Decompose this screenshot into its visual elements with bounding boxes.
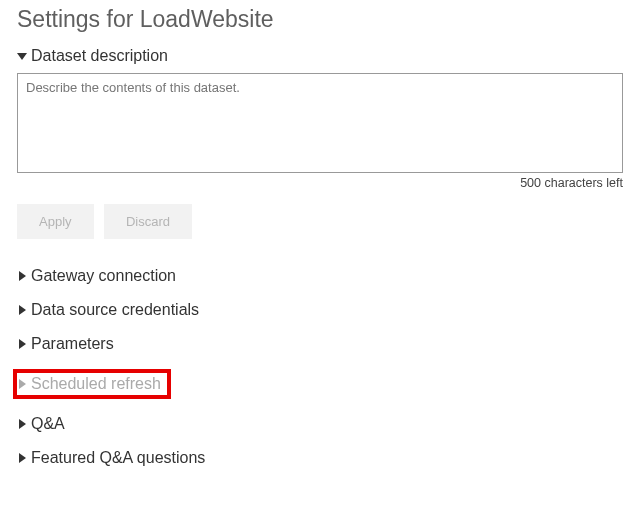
section-label: Scheduled refresh — [31, 375, 161, 393]
caret-right-icon — [17, 419, 29, 429]
section-dataset-description: Dataset description 500 characters left … — [17, 47, 626, 239]
section-data-source-credentials: Data source credentials — [17, 301, 626, 319]
button-row: Apply Discard — [17, 204, 626, 239]
section-scheduled-refresh: Scheduled refresh — [17, 369, 626, 399]
section-label: Gateway connection — [31, 267, 176, 285]
section-header-parameters[interactable]: Parameters — [17, 335, 626, 353]
section-header-dataset-description[interactable]: Dataset description — [17, 47, 626, 65]
section-label: Q&A — [31, 415, 65, 433]
section-header-gateway[interactable]: Gateway connection — [17, 267, 626, 285]
section-label: Data source credentials — [31, 301, 199, 319]
section-parameters: Parameters — [17, 335, 626, 353]
caret-down-icon — [17, 51, 29, 61]
section-qna: Q&A — [17, 415, 626, 433]
section-header-scheduled-refresh[interactable]: Scheduled refresh — [17, 375, 161, 393]
section-header-qna[interactable]: Q&A — [17, 415, 626, 433]
apply-button[interactable]: Apply — [17, 204, 94, 239]
caret-right-icon — [17, 339, 29, 349]
section-label: Dataset description — [31, 47, 168, 65]
section-header-credentials[interactable]: Data source credentials — [17, 301, 626, 319]
section-featured-qna: Featured Q&A questions — [17, 449, 626, 467]
dataset-description-input[interactable] — [17, 73, 623, 173]
caret-right-icon — [17, 271, 29, 281]
section-gateway-connection: Gateway connection — [17, 267, 626, 285]
discard-button[interactable]: Discard — [104, 204, 192, 239]
section-header-featured-qna[interactable]: Featured Q&A questions — [17, 449, 626, 467]
caret-right-icon — [17, 379, 29, 389]
page-title: Settings for LoadWebsite — [17, 6, 626, 33]
section-label: Featured Q&A questions — [31, 449, 205, 467]
highlight-box: Scheduled refresh — [13, 369, 171, 399]
caret-right-icon — [17, 453, 29, 463]
section-label: Parameters — [31, 335, 114, 353]
character-counter: 500 characters left — [17, 176, 623, 190]
caret-right-icon — [17, 305, 29, 315]
